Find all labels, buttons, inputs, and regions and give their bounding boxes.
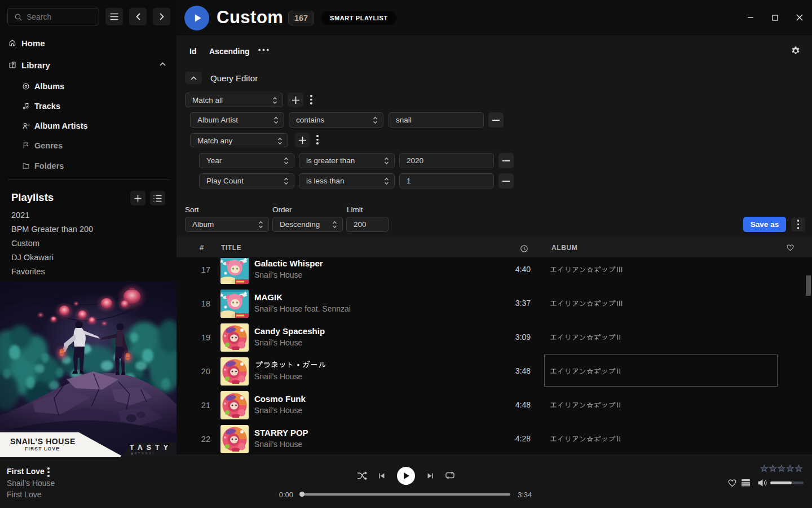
svg-text:▮STNNXI: ▮STNNXI bbox=[131, 452, 155, 455]
svg-text:FIRST LOVE: FIRST LOVE bbox=[25, 446, 60, 452]
svg-text:SNAIL’S HOUSE: SNAIL’S HOUSE bbox=[10, 437, 76, 446]
svg-text:TASTY: TASTY bbox=[130, 444, 172, 452]
